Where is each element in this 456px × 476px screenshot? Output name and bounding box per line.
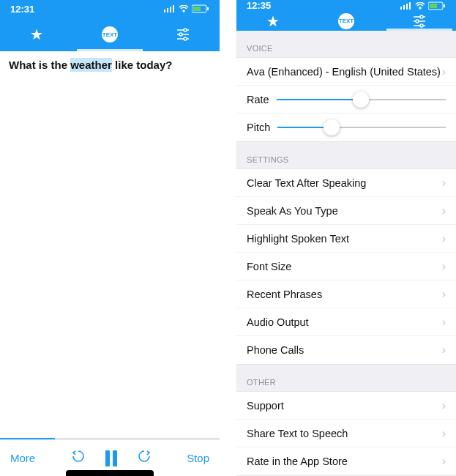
svg-rect-5 [207, 7, 209, 10]
tab-bar: ★ TEXT [236, 11, 456, 31]
rate-fill [277, 99, 362, 100]
svg-point-12 [184, 37, 187, 40]
pause-button[interactable] [105, 450, 117, 466]
section-voice: VOICE [236, 31, 456, 57]
tab-favorites[interactable]: ★ [0, 18, 73, 51]
home-indicator [66, 470, 154, 476]
pitch-label: Pitch [247, 122, 270, 133]
voice-name: Ava (Enhanced) - English (United States) [247, 66, 441, 78]
svg-rect-1 [167, 8, 168, 12]
chevron-right-icon: › [442, 399, 446, 412]
svg-rect-18 [444, 4, 445, 7]
battery-icon [428, 1, 446, 10]
other-item-row[interactable]: Support› [236, 392, 456, 420]
other-item-row[interactable]: Share Text to Speech› [236, 420, 456, 447]
settings-item-row[interactable]: Font Size› [236, 253, 456, 280]
pitch-slider[interactable] [277, 127, 446, 128]
svg-point-8 [184, 29, 187, 31]
svg-rect-6 [193, 7, 201, 11]
highlighted-word: weather [70, 58, 112, 72]
settings-item-label: Highlight Spoken Text [247, 233, 349, 245]
status-time: 12:31 [10, 4, 34, 15]
signal-icon [400, 2, 412, 10]
speaking-text[interactable]: What is the weather like today? [0, 51, 220, 78]
settings-item-row[interactable]: Speak As You Type› [236, 197, 456, 225]
chevron-right-icon: › [442, 288, 446, 301]
tab-bar: ★ TEXT [0, 18, 220, 51]
text-suffix: like today? [112, 59, 173, 71]
chevron-right-icon: › [442, 455, 446, 468]
other-item-row[interactable]: Rate in the App Store› [236, 447, 456, 475]
svg-rect-13 [400, 7, 402, 10]
tab-text[interactable]: TEXT [73, 18, 146, 51]
settings-item-label: Clear Text After Speaking [247, 177, 366, 189]
settings-item-row[interactable]: Phone Calls› [236, 336, 456, 364]
star-icon: ★ [30, 26, 43, 43]
settings-item-row[interactable]: Audio Output› [236, 308, 456, 336]
rate-row: Rate [236, 86, 456, 114]
chevron-right-icon: › [442, 232, 446, 245]
section-settings: SETTINGS [236, 142, 456, 168]
status-time: 12:35 [247, 0, 271, 11]
text-bubble-icon: TEXT [338, 13, 354, 29]
other-list: Support›Share Text to Speech›Rate in the… [236, 391, 456, 476]
svg-rect-2 [170, 7, 171, 12]
wifi-icon [179, 5, 189, 12]
phone-settings-screen: 12:35 ★ TEXT VOICE Ava (Enhanced) - Engl… [236, 0, 456, 476]
svg-point-10 [179, 33, 182, 36]
svg-point-21 [420, 15, 423, 18]
settings-item-label: Audio Output [247, 316, 309, 328]
sliders-icon [412, 15, 427, 28]
settings-item-label: Speak As You Type [247, 205, 338, 217]
chevron-right-icon: › [442, 343, 446, 357]
svg-rect-19 [430, 4, 437, 8]
tab-favorites[interactable]: ★ [236, 11, 310, 31]
battery-icon [192, 4, 209, 13]
progress-fill [0, 438, 55, 439]
settings-list: Clear Text After Speaking›Speak As You T… [236, 168, 456, 365]
other-item-label: Share Text to Speech [247, 428, 348, 439]
status-bar: 12:35 [236, 0, 456, 11]
stop-button[interactable]: Stop [187, 452, 209, 464]
wifi-icon [415, 2, 425, 10]
status-bar: 12:31 [0, 0, 220, 18]
pitch-row: Pitch [236, 114, 456, 141]
section-other: OTHER [236, 365, 456, 391]
sliders-icon [176, 28, 190, 41]
other-item-label: Support [247, 400, 284, 412]
rate-label: Rate [247, 94, 269, 105]
svg-rect-16 [409, 2, 411, 10]
pitch-thumb[interactable] [324, 119, 340, 135]
settings-item-label: Phone Calls [247, 344, 304, 356]
progress-bar[interactable] [0, 438, 220, 439]
settings-item-label: Recent Phrases [247, 289, 322, 300]
chevron-right-icon: › [442, 427, 446, 440]
rewind-icon[interactable] [72, 450, 85, 466]
tab-settings[interactable] [383, 11, 456, 31]
status-indicators [164, 4, 209, 13]
forward-icon[interactable] [138, 450, 151, 466]
voice-select-row[interactable]: Ava (Enhanced) - English (United States)… [236, 58, 456, 86]
svg-point-23 [416, 20, 419, 23]
star-icon: ★ [266, 12, 280, 30]
settings-item-row[interactable]: Highlight Spoken Text› [236, 225, 456, 253]
svg-rect-15 [406, 4, 408, 10]
chevron-right-icon: › [442, 204, 446, 217]
rate-thumb[interactable] [353, 92, 369, 108]
status-indicators [400, 1, 446, 10]
svg-rect-0 [164, 10, 165, 12]
signal-icon [164, 5, 176, 12]
tab-text[interactable]: TEXT [310, 11, 383, 31]
chevron-right-icon: › [442, 260, 446, 273]
settings-item-label: Font Size [247, 261, 291, 272]
chevron-right-icon: › [442, 176, 446, 190]
svg-rect-3 [173, 5, 174, 12]
settings-item-row[interactable]: Clear Text After Speaking› [236, 169, 456, 197]
more-button[interactable]: More [10, 452, 35, 464]
settings-item-row[interactable]: Recent Phrases› [236, 280, 456, 308]
text-area[interactable] [0, 78, 220, 438]
rate-slider[interactable] [277, 99, 446, 100]
tab-settings[interactable] [146, 18, 220, 51]
other-item-label: Rate in the App Store [247, 455, 348, 467]
chevron-right-icon: › [442, 65, 446, 78]
